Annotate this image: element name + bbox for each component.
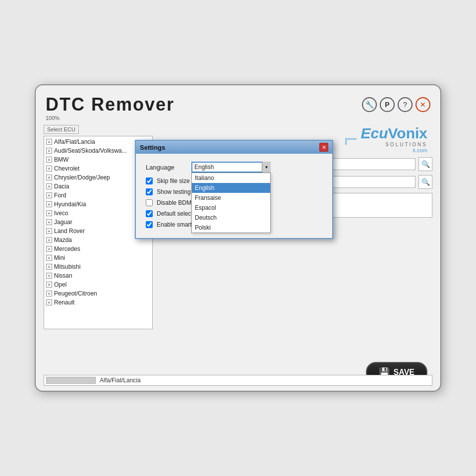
- dialog-overlay: Settings ✕ Language English ▼ ItalianoEn…: [36, 85, 440, 391]
- language-dropdown-arrow[interactable]: ▼: [262, 162, 271, 173]
- checkbox-input-smart_code[interactable]: [146, 221, 153, 228]
- language-label: Language: [146, 164, 185, 171]
- checkbox-input-skip_file_size[interactable]: [146, 178, 153, 184]
- dialog-title-text: Settings: [140, 144, 165, 151]
- language-selected-text: English: [194, 164, 214, 171]
- language-option[interactable]: Fransaise: [192, 193, 270, 203]
- settings-dialog: Settings ✕ Language English ▼ ItalianoEn…: [135, 140, 333, 239]
- language-option[interactable]: Polski: [192, 223, 270, 233]
- language-select-wrapper: English ▼ ItalianoEnglishFransaiseEspaco…: [191, 162, 271, 173]
- language-option[interactable]: Deutsch: [192, 213, 270, 223]
- main-window: DTC Remover 100% 🔧 P ? ✕ Select ECU +Alf…: [35, 84, 441, 392]
- checkbox-input-show_testing[interactable]: [146, 188, 153, 195]
- language-dropdown-list: ItalianoEnglishFransaiseEspacolDeutschPo…: [191, 173, 271, 233]
- language-option[interactable]: English: [192, 183, 270, 193]
- language-selected-display[interactable]: English: [191, 162, 271, 173]
- dialog-content: Language English ▼ ItalianoEnglishFransa…: [136, 154, 332, 238]
- dialog-close-button[interactable]: ✕: [319, 143, 328, 152]
- checkbox-input-disable_bdm[interactable]: [146, 199, 153, 206]
- language-option[interactable]: Italiano: [192, 173, 270, 183]
- language-row: Language English ▼ ItalianoEnglishFransa…: [146, 162, 322, 173]
- checkbox-input-default_remove[interactable]: [146, 210, 153, 217]
- dialog-title-bar: Settings ✕: [136, 141, 332, 154]
- language-option[interactable]: Espacol: [192, 203, 270, 213]
